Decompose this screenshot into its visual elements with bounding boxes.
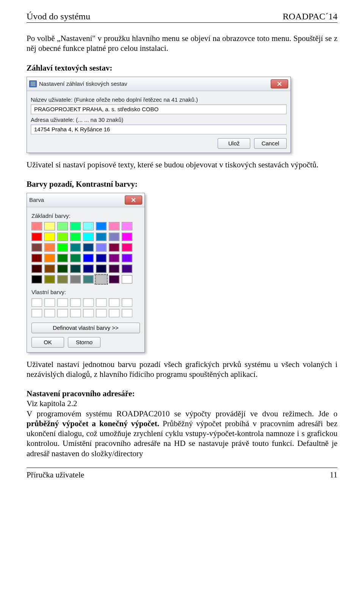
custom-color-swatch[interactable] xyxy=(122,298,132,307)
color-swatch[interactable] xyxy=(109,265,119,273)
doc-header-left: Úvod do systému xyxy=(27,11,90,22)
paragraph-rezimy: V programovém systému ROADPAC2010 se výp… xyxy=(27,409,337,458)
color-swatch[interactable] xyxy=(70,275,81,284)
heading-nastaveni-adresare: Nastavení pracovního adresáře: xyxy=(27,389,337,399)
color-swatch[interactable] xyxy=(122,233,132,241)
custom-color-swatch[interactable] xyxy=(122,309,132,317)
color-swatch[interactable] xyxy=(31,233,42,241)
color-swatch[interactable] xyxy=(44,222,55,230)
color-swatch[interactable] xyxy=(57,265,68,273)
color-swatch[interactable] xyxy=(83,222,94,230)
storno-button[interactable]: Storno xyxy=(68,337,100,348)
input-nazev-uzivatele[interactable] xyxy=(31,104,287,114)
custom-color-swatch[interactable] xyxy=(57,298,68,307)
custom-color-swatch[interactable] xyxy=(83,309,94,317)
custom-color-swatch[interactable] xyxy=(70,298,81,307)
color-swatch[interactable] xyxy=(57,254,68,262)
dialog-barva: Barva Základní barvy: Vlastní barvy: Def… xyxy=(27,193,145,353)
close-icon[interactable] xyxy=(271,79,288,88)
custom-color-swatch[interactable] xyxy=(109,309,119,317)
color-swatch[interactable] xyxy=(44,243,55,252)
color-swatch[interactable] xyxy=(122,275,132,284)
color-swatch[interactable] xyxy=(122,254,132,262)
color-swatch[interactable] xyxy=(83,265,94,273)
color-swatch[interactable] xyxy=(96,243,107,252)
cancel-button[interactable]: Cancel xyxy=(254,138,287,149)
color-swatch[interactable] xyxy=(96,233,107,241)
color-swatch[interactable] xyxy=(109,243,119,252)
dialog-barva-titlebar: Barva xyxy=(27,193,144,207)
custom-color-swatch[interactable] xyxy=(31,298,42,307)
footer-page-number: 11 xyxy=(330,470,337,480)
color-swatch[interactable] xyxy=(44,254,55,262)
color-swatch[interactable] xyxy=(109,275,119,284)
custom-colors-grid xyxy=(31,298,140,317)
header-divider xyxy=(27,22,337,23)
color-swatch[interactable] xyxy=(109,233,119,241)
color-swatch[interactable] xyxy=(57,222,68,230)
color-swatch[interactable] xyxy=(31,265,42,273)
color-swatch[interactable] xyxy=(70,243,81,252)
color-swatch[interactable] xyxy=(122,222,132,230)
custom-color-swatch[interactable] xyxy=(96,309,107,317)
color-swatch[interactable] xyxy=(70,265,81,273)
color-swatch[interactable] xyxy=(96,275,107,284)
color-swatch[interactable] xyxy=(44,265,55,273)
doc-header-right: ROADPAC´14 xyxy=(283,11,337,22)
input-adresa-uzivatele[interactable] xyxy=(31,124,287,134)
report-icon xyxy=(29,80,37,87)
color-swatch[interactable] xyxy=(57,233,68,241)
label-nazev-uzivatele: Název uživatele: (Funkce ořeže nebo dopl… xyxy=(31,96,287,103)
color-swatch[interactable] xyxy=(83,243,94,252)
close-icon[interactable] xyxy=(125,195,142,205)
save-button[interactable]: Ulož xyxy=(218,138,250,149)
color-swatch[interactable] xyxy=(83,233,94,241)
color-swatch[interactable] xyxy=(109,254,119,262)
color-swatch[interactable] xyxy=(122,265,132,273)
paragraph-popisove-texty: Uživatel si nastaví popisové texty, kter… xyxy=(27,160,337,170)
label-zakladni-barvy: Základní barvy: xyxy=(31,213,140,219)
color-swatch[interactable] xyxy=(44,233,55,241)
color-swatch[interactable] xyxy=(70,233,81,241)
color-swatch[interactable] xyxy=(83,254,94,262)
line-viz-kapitola: Viz kapitola 2.2 xyxy=(27,399,337,408)
custom-color-swatch[interactable] xyxy=(31,309,42,317)
color-swatch[interactable] xyxy=(70,254,81,262)
color-swatch[interactable] xyxy=(57,275,68,284)
label-vlastni-barvy: Vlastní barvy: xyxy=(31,289,140,295)
para4-bold: průběžný výpočet a konečný výpočet. xyxy=(27,419,159,428)
custom-color-swatch[interactable] xyxy=(109,298,119,307)
color-swatch[interactable] xyxy=(96,222,107,230)
custom-color-swatch[interactable] xyxy=(83,298,94,307)
heading-barvy: Barvy pozadí, Kontrastní barvy: xyxy=(27,180,337,189)
color-swatch[interactable] xyxy=(96,254,107,262)
dialog-zahlavi-titlebar: Nastavení záhlaví tiskových sestav xyxy=(27,77,290,91)
dialog-zahlavi: Nastavení záhlaví tiskových sestav Název… xyxy=(27,77,291,153)
custom-color-swatch[interactable] xyxy=(70,309,81,317)
color-swatch[interactable] xyxy=(44,275,55,284)
color-swatch[interactable] xyxy=(57,243,68,252)
custom-color-swatch[interactable] xyxy=(44,309,55,317)
custom-color-swatch[interactable] xyxy=(57,309,68,317)
footer-left: Příručka uživatele xyxy=(27,470,84,480)
heading-zahlavi: Záhlaví textových sestav: xyxy=(27,63,337,73)
color-swatch[interactable] xyxy=(122,243,132,252)
color-swatch[interactable] xyxy=(31,243,42,252)
color-swatch[interactable] xyxy=(109,222,119,230)
color-swatch[interactable] xyxy=(31,275,42,284)
color-swatch[interactable] xyxy=(31,222,42,230)
ok-button[interactable]: OK xyxy=(31,337,64,348)
custom-color-swatch[interactable] xyxy=(96,298,107,307)
color-swatch[interactable] xyxy=(70,222,81,230)
label-adresa-uzivatele: Adresa uživatele: (... ... na 30 znaků) xyxy=(31,117,287,123)
color-swatch[interactable] xyxy=(96,265,107,273)
para4-pre: V programovém systému ROADPAC2010 se výp… xyxy=(27,409,337,418)
paragraph-intro: Po volbě „Nastavení" v proužku hlavního … xyxy=(27,33,337,54)
color-swatch[interactable] xyxy=(83,275,94,284)
dialog-barva-title: Barva xyxy=(29,197,44,203)
custom-color-swatch[interactable] xyxy=(44,298,55,307)
paragraph-barva-pozadi: Uživatel nastaví jednotnou barvu pozadí … xyxy=(27,359,337,380)
color-swatch[interactable] xyxy=(31,254,42,262)
basic-colors-grid xyxy=(31,222,140,284)
define-custom-colors-button[interactable]: Definovat vlastní barvy >> xyxy=(31,323,140,333)
